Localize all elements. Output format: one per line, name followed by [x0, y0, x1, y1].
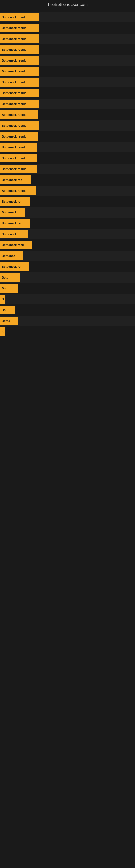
bottleneck-bar[interactable]: Bottleneck result [0, 45, 39, 54]
bottleneck-bar[interactable]: Bottle [0, 316, 17, 325]
bar-label: Bottle [2, 319, 10, 322]
bottleneck-bar[interactable]: Bottleneck result [0, 132, 38, 141]
bottleneck-bar[interactable]: n [0, 328, 5, 336]
bar-label: Bottleneck result [2, 59, 26, 62]
bar-label: Bo [2, 308, 6, 312]
bar-label: B [2, 298, 4, 301]
bar-label: Bottleneck r [2, 232, 19, 236]
bar-label: Bottlenec [2, 254, 15, 257]
bar-label: Bottleneck result [2, 113, 26, 116]
bottleneck-bar[interactable]: Bottleneck result [0, 34, 39, 43]
bar-row: Bottleneck result [0, 153, 135, 163]
bar-label: Bottleneck re [2, 200, 20, 203]
bottleneck-bar[interactable]: Bo [0, 306, 15, 314]
bottleneck-bar[interactable]: Bottleneck result [0, 67, 39, 76]
bottleneck-bar[interactable]: Bottleneck result [0, 13, 39, 22]
bottleneck-bar[interactable]: Bott [0, 284, 18, 293]
bar-row: Bottleneck res [0, 175, 135, 185]
bar-label: Bottleneck result [2, 81, 26, 84]
bar-row: Bottleneck re [0, 196, 135, 207]
bar-row: n [0, 327, 135, 337]
bar-label: Bottleneck re [2, 265, 20, 268]
bar-label: Bottleneck result [2, 124, 26, 127]
bottleneck-bar[interactable]: Bottleneck result [0, 165, 37, 173]
bar-row: Bottleneck result [0, 131, 135, 142]
bar-row: Bottl [0, 272, 135, 283]
bar-label: Bottleneck result [2, 37, 26, 40]
bar-label: n [2, 330, 3, 333]
bar-row: Bo [0, 305, 135, 315]
bar-label: Bottleneck result [2, 146, 26, 149]
bar-label: Bottleneck result [2, 189, 26, 192]
bar-label: Bottl [2, 276, 8, 279]
bar-label: Bottleneck [2, 211, 17, 214]
bottleneck-bar[interactable]: Bottleneck r [0, 230, 28, 239]
bar-row: Bottle [0, 316, 135, 326]
bottleneck-bar[interactable]: Bottleneck re [0, 219, 30, 227]
bar-label: Bottleneck result [2, 102, 26, 105]
bar-row: Bottleneck re [0, 218, 135, 228]
bottleneck-bar[interactable]: Bottleneck result [0, 154, 37, 162]
bar-label: Bottleneck result [2, 26, 26, 30]
bottleneck-bar[interactable]: Bottleneck re [0, 197, 30, 206]
bar-label: Bottleneck result [2, 156, 26, 160]
bar-row: Bottleneck result [0, 66, 135, 76]
bar-label: Bottleneck result [2, 70, 26, 73]
bar-row: Bott [0, 283, 135, 293]
bar-row: Bottleneck result [0, 77, 135, 87]
bar-row: B [0, 294, 135, 304]
bar-row: Bottleneck result [0, 186, 135, 196]
bottleneck-bar[interactable]: Bottl [0, 273, 20, 282]
bar-label: Bottleneck resu [2, 243, 24, 247]
bar-row: Bottleneck result [0, 120, 135, 131]
bottleneck-bar[interactable]: B [0, 295, 5, 304]
bottleneck-bar[interactable]: Bottleneck result [0, 24, 39, 32]
bottleneck-bar[interactable]: Bottleneck resu [0, 241, 32, 249]
bottleneck-bar[interactable]: Bottleneck [0, 208, 25, 217]
bar-label: Bottleneck result [2, 48, 26, 51]
bottleneck-bar[interactable]: Bottleneck result [0, 121, 39, 130]
bottleneck-bar[interactable]: Bottleneck result [0, 111, 38, 119]
bottleneck-bar[interactable]: Bottleneck result [0, 56, 39, 65]
bar-label: Bottleneck result [2, 167, 26, 170]
bar-row: Bottleneck result [0, 55, 135, 66]
bar-label: Bottleneck res [2, 178, 22, 182]
bottleneck-bar[interactable]: Bottleneck result [0, 78, 39, 87]
bar-label: Bott [2, 287, 8, 290]
bar-row: Bottleneck re [0, 261, 135, 272]
bar-row: Bottleneck result [0, 142, 135, 152]
bottleneck-bar[interactable]: Bottleneck result [0, 186, 37, 195]
bar-label: Bottleneck result [2, 16, 26, 19]
bottleneck-bar[interactable]: Bottlenec [0, 251, 23, 260]
bottleneck-bar[interactable]: Bottleneck re [0, 262, 29, 271]
bar-row: Bottleneck result [0, 44, 135, 55]
bar-label: Bottleneck result [2, 91, 26, 95]
bar-row: Bottlenec [0, 251, 135, 261]
bar-label: Bottleneck result [2, 135, 26, 138]
bottleneck-bar[interactable]: Bottleneck res [0, 176, 31, 184]
bar-row: Bottleneck result [0, 88, 135, 98]
bottleneck-bar[interactable]: Bottleneck result [0, 89, 39, 97]
bar-row: Bottleneck result [0, 110, 135, 120]
bar-row: Bottleneck r [0, 229, 135, 239]
bar-row: Bottleneck result [0, 164, 135, 174]
site-title: TheBottlenecker.com [0, 0, 135, 9]
bar-row: Bottleneck result [0, 99, 135, 109]
bar-label: Bottleneck re [2, 222, 20, 225]
bar-row: Bottleneck result [0, 12, 135, 22]
bar-row: Bottleneck resu [0, 240, 135, 250]
bars-container: Bottleneck resultBottleneck resultBottle… [0, 9, 135, 340]
bar-row: Bottleneck result [0, 34, 135, 44]
bottleneck-bar[interactable]: Bottleneck result [0, 143, 37, 152]
bottleneck-bar[interactable]: Bottleneck result [0, 99, 39, 108]
bar-row: Bottleneck result [0, 23, 135, 33]
bar-row: Bottleneck [0, 207, 135, 218]
